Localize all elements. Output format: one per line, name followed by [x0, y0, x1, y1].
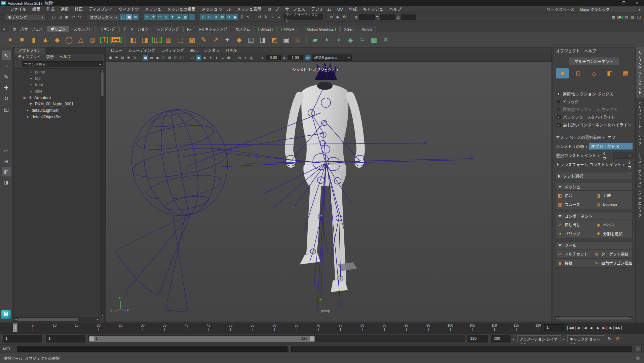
isolate-select-icon[interactable]: ◎ — [249, 55, 255, 61]
range-slider-track[interactable]: 1 120 — [88, 335, 465, 342]
quad-draw-button[interactable]: ✎四角ポリゴン描画 — [592, 259, 632, 267]
save-scene-icon[interactable]: ▣ — [64, 14, 70, 20]
poly-sphere-icon[interactable]: ● — [5, 34, 15, 45]
crease-tool-icon[interactable]: ✎ — [198, 34, 209, 45]
planar-mapping-icon[interactable]: ▰ — [310, 34, 320, 45]
menu-item[interactable]: オブジェクト — [555, 48, 583, 55]
color-management-icon[interactable]: ON — [305, 55, 311, 61]
select-rendering-icon[interactable]: ◍ — [182, 14, 188, 20]
menu-item[interactable]: ディスプレイ — [15, 54, 43, 60]
snap-to-curve-icon[interactable]: ∪ — [206, 14, 213, 20]
shelf-tab[interactable]: ポリゴン — [47, 26, 69, 32]
mirror-icon[interactable]: ⊞ — [293, 34, 303, 45]
resolution-gate-icon[interactable]: ◙ — [155, 55, 160, 61]
selection-mask-dropdown[interactable]: オブジェクト — [88, 14, 119, 20]
playback-end-field[interactable]: 120 — [467, 335, 488, 342]
automatic-mapping-icon[interactable]: ◈ — [345, 34, 356, 45]
use-all-lights-icon[interactable]: ☀ — [208, 55, 214, 61]
chevron-down-icon[interactable] — [598, 153, 600, 158]
outliner-item[interactable]: ▪◂top — [14, 75, 100, 81]
grid-display-icon[interactable]: ▦ — [610, 14, 616, 20]
command-search-input[interactable]: コマンド検索... — [22, 61, 103, 67]
symmetry-axis-field[interactable]: オブジェクト X — [589, 143, 633, 150]
go-to-end-button[interactable]: ▶▶❘ — [616, 324, 622, 332]
shadows-icon[interactable]: ◐ — [214, 55, 220, 61]
textured-icon[interactable]: ◈ — [202, 55, 207, 61]
poly-plane-icon[interactable]: ◆ — [52, 34, 63, 45]
combine-button[interactable]: ◧結合 — [556, 191, 594, 200]
camera-attributes-icon[interactable]: ▣ — [108, 55, 113, 61]
menu-item[interactable]: ディスプレイ — [86, 6, 116, 13]
uv-editor-icon[interactable]: ▦ — [369, 34, 379, 45]
select-joints-icon[interactable]: ✛ — [150, 14, 156, 20]
outliner-item[interactable]: ◩PKM_00_Nude_0001 — [14, 101, 100, 107]
shelf-tab[interactable]: Fx — [183, 26, 195, 32]
paint-select-tool-icon[interactable]: ✎ — [2, 72, 11, 81]
bevel-button[interactable]: ◆ベベル — [594, 220, 633, 229]
outliner-list[interactable]: ▪◂persp▪◂top▪◂front▪◂side⊞✱Armature◩PKM_… — [14, 68, 100, 317]
multi-component-button[interactable]: マルチコンポーネント — [569, 58, 619, 65]
menu-item[interactable]: カーブ — [264, 6, 282, 13]
transform-constraint-value[interactable]: オフ — [628, 159, 633, 170]
side-tab[interactable]: モデリング ツールキット — [636, 47, 644, 98]
cut-uv-icon[interactable]: ✕ — [380, 34, 391, 45]
menu-item[interactable]: キャッシュ — [360, 6, 386, 13]
exposure-icon[interactable]: ◑ — [260, 55, 265, 61]
snap-to-point-icon[interactable]: ⊎ — [213, 14, 219, 20]
toolkit-hscrollbar[interactable]: ◀ ▶ — [555, 316, 633, 320]
time-slider[interactable]: 5101520253035404550556065707580859095100… — [0, 323, 644, 333]
menu-item[interactable]: ヘルプ — [386, 6, 405, 13]
grid-icon[interactable]: ▦ — [635, 356, 641, 361]
combine-icon[interactable]: ◧ — [128, 34, 139, 45]
range-slider-bar[interactable]: 1 120 — [89, 336, 315, 342]
ambient-occlusion-icon[interactable]: ◒ — [220, 55, 226, 61]
channel-box-toggle-icon[interactable]: ▤ — [623, 14, 629, 20]
poly-cube-icon[interactable]: ■ — [16, 34, 27, 45]
bridge-button[interactable]: ≈ブリッジ — [556, 229, 594, 238]
menu-item[interactable]: サーフェス — [282, 6, 308, 13]
shelf-tab[interactable]: リギング — [97, 26, 119, 32]
chevron-down-icon[interactable] — [623, 162, 625, 167]
select-by-name-icon[interactable]: ⁘ — [15, 62, 21, 67]
outliner-item[interactable]: ▪◂front — [14, 81, 100, 88]
anti-aliasing-icon[interactable]: ▩ — [226, 55, 232, 61]
snap-to-projected-center-icon[interactable]: ⋓ — [219, 14, 225, 20]
select-handles-icon[interactable]: ⌖ — [144, 14, 150, 20]
animation-start-field[interactable]: 1 — [3, 335, 42, 342]
edge-mode-icon[interactable]: ◇ — [588, 68, 600, 78]
soft-select-header[interactable]: ソフト選択 — [555, 172, 633, 180]
snap-to-grid-icon[interactable]: ⊔ — [200, 14, 206, 20]
make-object-live-icon[interactable]: ◉ — [232, 14, 238, 20]
render-settings-icon[interactable]: ⚙ — [341, 14, 347, 20]
persp-outliner-layout-icon[interactable]: ◧ — [2, 167, 11, 176]
play-forwards-button[interactable]: ▶ — [595, 324, 601, 332]
shaded-icon[interactable]: ◆ — [196, 55, 201, 61]
selection-constraint-value[interactable]: オフ — [602, 150, 609, 161]
insert-edge-loop-icon[interactable]: ◫ — [245, 34, 256, 45]
shelf-tab[interactable]: カーブ/サーフェス — [9, 26, 46, 32]
backface-highlight-checkbox[interactable]: バックフェースをハイライト — [555, 113, 633, 121]
grid-icon[interactable]: ▦ — [143, 55, 148, 61]
step-forward-frame-button[interactable]: ▶❘ — [609, 324, 615, 332]
menu-item[interactable]: デフォーム — [308, 6, 334, 13]
menu-item[interactable]: 選択 — [58, 6, 72, 13]
menu-item[interactable]: 修正 — [72, 6, 86, 13]
select-component-icon[interactable]: ⊞ — [132, 14, 139, 20]
scroll-up-icon[interactable]: ▲ — [100, 68, 105, 72]
outliner-item[interactable]: ▪◂persp — [14, 69, 100, 75]
outliner-item[interactable]: ●defaultObjectSet — [14, 113, 100, 120]
grease-pencil-icon[interactable]: ✎ — [132, 55, 138, 61]
side-tab[interactable]: チャネル ボックス / レイヤ エディタ — [636, 149, 644, 221]
attribute-editor-toggle-icon[interactable]: ▥ — [630, 14, 636, 20]
shelf-tab[interactable]: レンダリング — [153, 26, 183, 32]
expander-icon[interactable]: ⊞ — [23, 96, 26, 99]
gamma-icon[interactable]: ◭ — [281, 55, 287, 61]
input-connections-icon[interactable]: ↺ — [257, 14, 263, 20]
menu-item[interactable]: メッシュ — [142, 6, 164, 13]
character-set-field[interactable]: キャラクタ セットなし — [567, 335, 605, 342]
extrude-button[interactable]: ↗押し出し — [556, 220, 594, 229]
y-input[interactable] — [380, 14, 395, 20]
workspace-dropdown[interactable]: Maya クラシック — [578, 7, 642, 12]
scroll-right-icon[interactable]: ▶ — [629, 317, 633, 321]
chevron-down-icon[interactable] — [603, 135, 605, 140]
